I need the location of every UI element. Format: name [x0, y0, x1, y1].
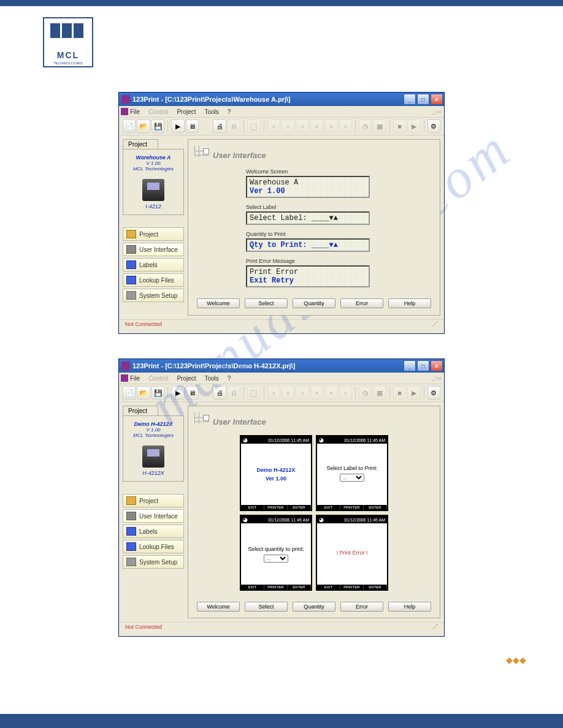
run-icon[interactable]: ▶: [171, 119, 184, 133]
preview-panel[interactable]: 01/12/2006 11:45 AM Select quantity to p…: [240, 515, 312, 591]
maximize-button[interactable]: □: [417, 94, 429, 105]
btn-quantity[interactable]: Quantity: [293, 298, 335, 308]
nav-system-setup[interactable]: System Setup: [123, 289, 184, 302]
btn-welcome[interactable]: Welcome: [197, 298, 240, 308]
toolbar: 📄 📂 💾 ▶ 🖥 🖨 ⎙ 📋 ▫▫▫▫▫▫ ◷ ▦ ■ ▶ ⚙: [119, 118, 444, 135]
print-icon[interactable]: 🖨: [213, 386, 226, 400]
btn-helpf1[interactable]: Help: [388, 602, 431, 612]
title-bar[interactable]: 123Print - [C:\123Print\Projects\Demo H-…: [119, 359, 444, 373]
menu-item-project[interactable]: Project: [177, 108, 196, 115]
menu-item-?[interactable]: ?: [228, 375, 231, 382]
menu-item-tools[interactable]: Tools: [205, 375, 219, 382]
mdi-app-icon[interactable]: [121, 108, 128, 115]
page-footer-bar: [0, 714, 563, 728]
device-icon[interactable]: 🖥: [186, 119, 199, 133]
nav-label: Lookup Files: [139, 277, 174, 284]
menu-item-?[interactable]: ?: [228, 108, 231, 115]
nav-lookup-files[interactable]: Lookup Files: [123, 273, 184, 287]
status-bar: Not Connected ⋰: [119, 622, 444, 636]
btn-select[interactable]: Select: [245, 298, 288, 308]
save-icon[interactable]: 💾: [151, 119, 164, 133]
ruler-marker[interactable]: [203, 415, 209, 421]
ruler-marker[interactable]: [203, 148, 209, 154]
resize-grip-icon[interactable]: ⋰: [432, 624, 438, 635]
panel-footer-btn[interactable]: EXIT: [241, 585, 264, 590]
title-bar[interactable]: 123Print - [C:\123Print\Projects\Warehou…: [119, 93, 444, 106]
nav-labels[interactable]: Labels: [123, 525, 184, 538]
project-tab[interactable]: Project: [123, 139, 158, 149]
btn-error[interactable]: Error: [340, 298, 383, 308]
new-icon[interactable]: 📄: [123, 119, 136, 133]
toolbar-icon: ▫: [310, 119, 323, 133]
nav-lookup-files[interactable]: Lookup Files: [123, 540, 184, 553]
lcd-display[interactable]: Warehouse A Ver 1.00: [246, 176, 370, 198]
panel-footer-btn[interactable]: EXIT: [317, 585, 340, 590]
gear-icon[interactable]: ⚙: [427, 119, 440, 133]
menu-item-file[interactable]: File: [130, 108, 140, 115]
print-icon[interactable]: 🖨: [213, 119, 226, 133]
app-window: 123Print - [C:\123Print\Projects\Warehou…: [118, 92, 445, 334]
menu-item-control: Control: [148, 375, 168, 382]
btn-error[interactable]: Error: [340, 602, 383, 612]
button-row: WelcomeSelectQuantityErrorHelp: [197, 298, 431, 308]
btn-welcome[interactable]: Welcome: [197, 602, 240, 612]
panel-select[interactable]: ...: [264, 555, 288, 563]
close-button[interactable]: ×: [431, 360, 443, 371]
panel-footer-btn[interactable]: ENTER: [364, 585, 387, 590]
toolbar-icon: ▫: [282, 119, 294, 133]
btn-helpf1[interactable]: Help: [388, 298, 431, 308]
mdi-controls[interactable]: _□×: [432, 376, 442, 381]
panel-footer-btn[interactable]: ENTER: [288, 585, 311, 590]
preview-panel[interactable]: 01/12/2006 11:45 AM Select Label to Prin…: [316, 435, 388, 511]
open-icon[interactable]: 📂: [137, 119, 150, 133]
panel-footer-btn[interactable]: PRINTER: [264, 505, 288, 510]
preview-panel[interactable]: 01/12/2006 11:45 AM Demo H-4212XVer 1.00…: [240, 435, 312, 511]
nav-list: Project User Interface Labels Lookup Fil…: [123, 227, 184, 302]
mdi-app-icon[interactable]: [121, 374, 128, 382]
play-icon: ▶: [407, 119, 420, 133]
lcd-display[interactable]: Print Error Exit Retry: [246, 265, 370, 287]
panel-footer-btn[interactable]: EXIT: [241, 505, 264, 510]
panel-footer-btn[interactable]: ENTER: [364, 505, 387, 510]
save-icon[interactable]: 💾: [151, 386, 164, 400]
resize-grip-icon[interactable]: ⋰: [432, 321, 438, 332]
panel-footer-btn[interactable]: PRINTER: [340, 585, 364, 590]
menu-item-file[interactable]: File: [130, 375, 140, 382]
field-label: Select Label: [246, 204, 431, 210]
panel-text: Select quantity to print:: [248, 546, 304, 552]
nav-user-interface[interactable]: User Interface: [123, 509, 184, 523]
panel-footer-btn[interactable]: ENTER: [288, 505, 311, 510]
btn-select[interactable]: Select: [245, 602, 288, 612]
sidebar: Project Demo H-4212X V 1.00 MCL Technolo…: [119, 402, 188, 622]
lcd-display[interactable]: Select Label: ____▼▲: [246, 211, 370, 225]
nav-project[interactable]: Project: [123, 494, 184, 507]
lcd-display[interactable]: Qty to Print: ____▼▲: [246, 238, 370, 252]
nav-system-setup[interactable]: System Setup: [123, 555, 184, 569]
run-icon[interactable]: ▶: [171, 386, 184, 400]
menu-item-project[interactable]: Project: [177, 375, 196, 382]
minimize-button[interactable]: _: [404, 360, 416, 371]
gear-icon[interactable]: ⚙: [427, 386, 440, 400]
preview-panel[interactable]: 01/12/2006 11:45 AM ! Print Error ! EXIT…: [316, 515, 388, 591]
nav-user-interface[interactable]: User Interface: [123, 243, 184, 256]
menu-item-tools[interactable]: Tools: [205, 108, 219, 115]
status-text: Not Connected: [125, 321, 162, 332]
nav-project[interactable]: Project: [123, 227, 184, 241]
panel-footer-btn[interactable]: PRINTER: [340, 505, 364, 510]
mdi-controls[interactable]: _□×: [432, 109, 442, 115]
new-icon[interactable]: 📄: [123, 386, 136, 400]
project-tab[interactable]: Project: [123, 406, 158, 415]
logo-text: MCL: [44, 50, 92, 60]
device-icon[interactable]: 🖥: [186, 386, 199, 400]
maximize-button[interactable]: □: [417, 360, 429, 371]
minimize-button[interactable]: _: [404, 94, 416, 105]
open-icon[interactable]: 📂: [137, 386, 150, 400]
panel-select[interactable]: ...: [340, 474, 364, 482]
nav-labels[interactable]: Labels: [123, 258, 184, 271]
close-button[interactable]: ×: [431, 94, 443, 105]
panel-footer-btn[interactable]: EXIT: [317, 505, 340, 510]
panel-footer-btn[interactable]: PRINTER: [264, 585, 288, 590]
toolbar-icon: ▫: [296, 119, 308, 133]
main-area: User Interface Welcome Screen Warehouse …: [188, 139, 440, 316]
btn-quantity[interactable]: Quantity: [293, 602, 335, 612]
